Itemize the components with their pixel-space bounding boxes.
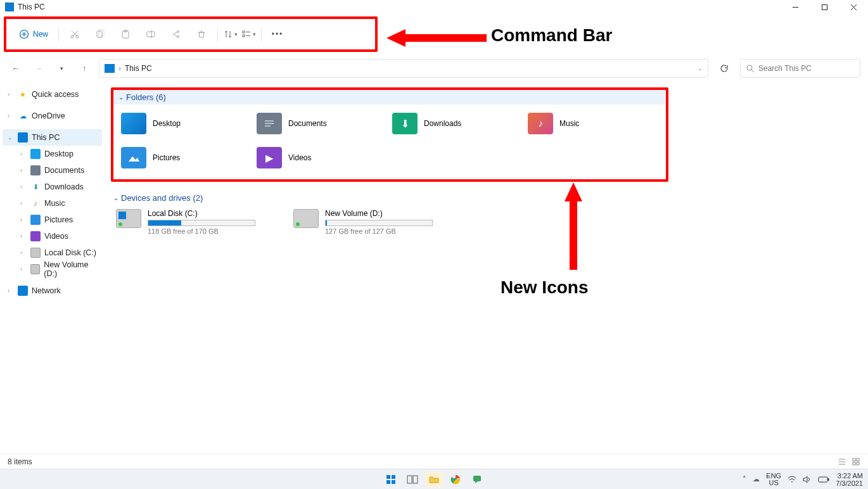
window-title: This PC	[18, 3, 45, 11]
star-icon: ★	[18, 89, 28, 99]
chevron-down-icon[interactable]: ⌄	[698, 65, 703, 72]
search-input[interactable]: Search This PC	[740, 59, 860, 78]
separator	[261, 27, 262, 41]
back-button[interactable]: ←	[8, 60, 24, 77]
group-header-folders[interactable]: ⌄ Folders (6)	[113, 90, 666, 105]
chevron-right-icon: ›	[20, 266, 27, 272]
chevron-down-icon: ⌄	[118, 94, 124, 101]
icons-view-button[interactable]	[852, 457, 860, 466]
windows-icon	[386, 474, 396, 485]
sidebar-item-this-pc[interactable]: ⌄This PC	[3, 129, 102, 146]
close-button[interactable]	[839, 0, 868, 14]
forward-button[interactable]: →	[30, 60, 47, 77]
svg-rect-38	[386, 475, 390, 479]
sidebar-item-quick-access[interactable]: ›★Quick access	[3, 86, 102, 103]
annotation-new-icons-label: New Icons	[501, 277, 588, 298]
chevron-right-icon: ›	[20, 250, 27, 256]
minimize-button[interactable]	[781, 0, 810, 14]
sidebar-item-label: Music	[44, 199, 65, 208]
annotation-new-icons-box: ⌄ Folders (6) Desktop Documents ⬇Downloa…	[111, 87, 668, 182]
documents-icon	[30, 165, 41, 175]
sidebar-item-label: Desktop	[44, 149, 73, 158]
share-icon	[171, 29, 181, 39]
drive-usage-fill	[326, 220, 327, 225]
task-view-button[interactable]	[404, 472, 421, 487]
tray-chevron-icon[interactable]: ˄	[743, 475, 746, 483]
folder-documents[interactable]: Documents	[257, 111, 387, 136]
sidebar-item-new-volume[interactable]: ›New Volume (D:)	[3, 261, 102, 277]
sidebar-item-music[interactable]: ›♪Music	[3, 195, 102, 212]
sidebar-item-videos[interactable]: ›Videos	[3, 228, 102, 244]
separator	[217, 27, 218, 41]
more-button[interactable]: •••	[267, 23, 288, 45]
up-button[interactable]: ↑	[76, 60, 93, 77]
maximize-button[interactable]	[810, 0, 839, 14]
sidebar-item-documents[interactable]: ›Documents	[3, 162, 102, 179]
breadcrumb[interactable]: This PC	[125, 64, 152, 73]
language-indicator[interactable]: ENGUS	[766, 473, 781, 486]
refresh-button[interactable]	[715, 59, 734, 78]
drive-icon	[30, 264, 41, 274]
sort-button[interactable]: ▾	[223, 29, 238, 39]
sidebar-item-label: Quick access	[32, 90, 79, 99]
grid-icon	[852, 457, 860, 466]
sidebar-item-local-disk[interactable]: ›Local Disk (C:)	[3, 244, 102, 261]
folder-music[interactable]: ♪Music	[528, 111, 658, 136]
address-bar[interactable]: › This PC ⌄	[99, 59, 708, 78]
chrome-taskbar-button[interactable]	[447, 472, 464, 487]
new-button[interactable]: New	[14, 27, 53, 42]
copy-button[interactable]	[89, 23, 111, 45]
paste-button[interactable]	[115, 23, 136, 45]
downloads-icon: ⬇	[30, 182, 41, 192]
chevron-right-icon: ›	[20, 184, 27, 190]
sidebar-item-network[interactable]: ›Network	[3, 283, 102, 299]
drive-d[interactable]: New Volume (D:) 127 GB free of 127 GB	[293, 209, 452, 235]
wifi-icon[interactable]	[788, 476, 796, 483]
details-view-button[interactable]	[838, 457, 846, 466]
separator	[58, 27, 59, 41]
svg-point-18	[177, 36, 179, 38]
nav-row: ← → ▾ ↑ › This PC ⌄ Search This PC	[0, 56, 868, 81]
rename-button[interactable]	[140, 23, 162, 45]
chat-taskbar-button[interactable]	[468, 472, 486, 487]
chevron-right-icon: ›	[8, 288, 14, 294]
view-button[interactable]: ▾	[241, 29, 256, 39]
explorer-taskbar-button[interactable]	[425, 472, 443, 487]
sidebar-item-desktop[interactable]: ›Desktop	[3, 146, 102, 162]
drive-c[interactable]: Local Disk (C:) 118 GB free of 170 GB	[116, 209, 274, 235]
share-button[interactable]	[165, 23, 187, 45]
network-icon	[18, 286, 28, 296]
svg-rect-34	[853, 459, 855, 461]
desktop-icon	[121, 113, 146, 134]
folder-videos[interactable]: ▶Videos	[257, 145, 387, 170]
start-button[interactable]	[382, 472, 400, 487]
folder-pictures[interactable]: Pictures	[121, 145, 252, 170]
battery-icon[interactable]	[818, 476, 829, 483]
clock[interactable]: 3:22 AM7/3/2021	[836, 472, 863, 487]
cut-button[interactable]	[64, 23, 86, 45]
sidebar-item-onedrive[interactable]: ›☁OneDrive	[3, 108, 102, 124]
this-pc-icon	[105, 64, 115, 73]
folder-downloads[interactable]: ⬇Downloads	[392, 111, 523, 136]
chevron-down-icon: ▾	[234, 31, 238, 37]
videos-icon	[30, 231, 41, 241]
drive-usage-fill	[148, 220, 181, 225]
window-controls	[781, 0, 868, 14]
recent-button[interactable]: ▾	[53, 60, 70, 77]
volume-icon[interactable]	[803, 476, 812, 483]
sidebar-item-downloads[interactable]: ›⬇Downloads	[3, 179, 102, 195]
onedrive-tray-icon[interactable]: ☁	[753, 475, 760, 483]
sidebar-item-pictures[interactable]: ›Pictures	[3, 212, 102, 228]
delete-button[interactable]	[191, 23, 212, 45]
annotation-arrow-left	[386, 25, 488, 51]
downloads-icon: ⬇	[392, 113, 418, 134]
svg-rect-46	[473, 476, 481, 481]
chevron-right-icon: ›	[20, 217, 27, 223]
group-header-drives[interactable]: ⌄ Devices and drives (2)	[111, 191, 862, 205]
drive-usage-bar	[325, 220, 433, 226]
chevron-down-icon: ⌄	[113, 194, 118, 201]
sidebar-item-label: Local Disk (C:)	[44, 248, 96, 257]
sidebar: ›★Quick access ›☁OneDrive ⌄This PC ›Desk…	[0, 81, 105, 456]
chevron-right-icon: ›	[8, 113, 14, 119]
folder-desktop[interactable]: Desktop	[121, 111, 252, 136]
